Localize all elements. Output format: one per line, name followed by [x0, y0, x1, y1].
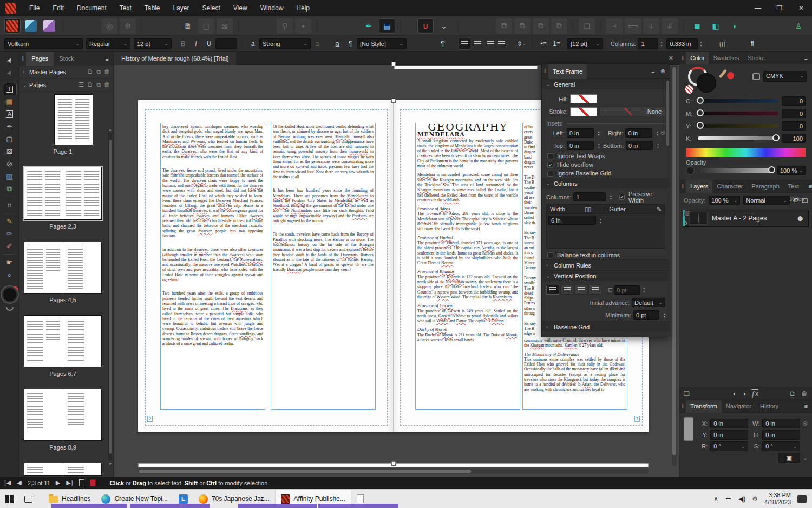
menu-select[interactable]: Select [195, 0, 226, 16]
layer-options-icon[interactable]: ❏ [684, 390, 690, 398]
font-size-select[interactable]: 12 pt⌄ [134, 38, 172, 49]
transform-mode-button[interactable]: ▣ [778, 453, 800, 463]
font-color-swatch[interactable] [215, 38, 237, 49]
tab-stroke[interactable]: Stroke [743, 52, 769, 64]
trash-icon[interactable]: 🗑 [104, 68, 110, 75]
settings-gear-icon[interactable]: ⚙ [752, 495, 758, 503]
leading-select[interactable]: [12 pt]⌄ [567, 38, 603, 49]
page-thumbnail[interactable]: Page 1 [19, 94, 106, 155]
color-spectrum-bar[interactable] [686, 148, 806, 157]
snapping-button[interactable]: ∪ [417, 18, 434, 34]
minimum-input[interactable]: 0 pt [633, 310, 659, 320]
gutter-stepper[interactable]: ▴▾ [700, 41, 702, 47]
menu-document[interactable]: Document [70, 0, 113, 16]
boolean-subtract-button[interactable]: ◧ [708, 18, 724, 34]
hidden-icons-chevron[interactable]: ∧ [713, 495, 718, 503]
picked-color-dot[interactable] [727, 72, 734, 79]
pen-tool[interactable]: ✒ [3, 120, 17, 133]
panel-drag-handle[interactable]: ‖ [679, 55, 686, 61]
tab-swatches[interactable]: Swatches [709, 52, 743, 64]
menu-table[interactable]: Table [138, 0, 167, 16]
valign-justify-button[interactable] [588, 285, 601, 295]
show-special-chars-button[interactable]: ¶ [436, 38, 448, 50]
move-tool[interactable]: ➤ [3, 54, 17, 67]
blend-mode-select[interactable]: Normal⌄ [743, 196, 790, 205]
stroke-swatch[interactable] [570, 107, 597, 116]
h-input[interactable]: 0 in [762, 430, 800, 440]
group-button[interactable]: ❏ [579, 18, 595, 34]
swap-fill-stroke-icon[interactable] [6, 307, 14, 311]
page-thumbnail[interactable]: Pages 6,7 [19, 315, 106, 377]
tab-character[interactable]: Character [712, 180, 747, 193]
artistic-text-tool[interactable]: A [3, 108, 17, 120]
none-color-swatch[interactable] [685, 85, 693, 94]
inset-bottom-input[interactable]: 0 in [626, 141, 653, 150]
text-frame-panel-titlebar[interactable]: ‖ Text Frame ≡ ⊗ [542, 64, 670, 79]
minimize-button[interactable]: — [747, 0, 769, 16]
font-family-select[interactable]: Vollkorn⌄ [4, 38, 83, 49]
menu-text[interactable]: Text [113, 0, 138, 16]
tab-navigator[interactable]: Navigator [722, 400, 756, 413]
taskbar-clock[interactable]: 3:38 PM 4/18/2023 [764, 492, 791, 506]
move-to-front-button[interactable]: ⧉ [551, 18, 567, 34]
fx-icon[interactable]: ƒx [751, 390, 758, 398]
frame-text-tool[interactable]: T [3, 83, 17, 95]
menu-view[interactable]: View [227, 0, 254, 16]
close-panel-icon[interactable]: ⊗ [660, 68, 665, 75]
anchor-point-selector[interactable] [684, 417, 693, 441]
inset-top-input[interactable]: 0 in [567, 141, 594, 150]
x-input[interactable]: 0 in [710, 419, 748, 428]
page-indicator[interactable]: 2,3 of 11 [28, 480, 50, 486]
preferences-button[interactable]: ⚙ [120, 18, 136, 34]
distribute-button[interactable]: ⫝ [643, 18, 659, 34]
table-tool[interactable]: ▦ [3, 95, 17, 108]
paragraph-panel-button[interactable]: ¶ [344, 38, 356, 50]
ignore-baseline-grid-checkbox[interactable]: Ignore Baseline Grid [542, 169, 670, 178]
inset-right-input[interactable]: 0 in [625, 128, 652, 138]
section-baseline-grid[interactable]: ›Baseline Grid [542, 321, 670, 332]
spread-handle[interactable] [391, 62, 396, 66]
duplicate-master-icon[interactable]: ⧉ [96, 68, 101, 75]
vector-brush-tool[interactable]: ✎ [3, 215, 17, 227]
tab-color[interactable]: Color [686, 52, 709, 64]
mask-icon[interactable]: ◐ [733, 390, 737, 398]
preflight-icon[interactable] [90, 479, 96, 486]
close-document-icon[interactable]: ✕ [663, 55, 679, 62]
next-spread-handle[interactable] [391, 461, 396, 466]
crop-tool[interactable]: ⌗ [3, 199, 17, 211]
paragraph-style-select[interactable]: [No Style]⌄ [357, 38, 407, 49]
align-center-objects-button[interactable]: ⟺ [625, 18, 641, 34]
first-page-button[interactable]: |◀ [4, 479, 11, 486]
hamburger-icon[interactable]: ≡ [106, 56, 113, 62]
tab-history[interactable]: History [756, 400, 783, 413]
delete-spread-button[interactable]: ⊠ [217, 18, 233, 34]
section-column-rules[interactable]: ›Column Rules [542, 259, 670, 270]
volume-icon[interactable]: ◀) [738, 495, 745, 503]
section-columns[interactable]: ⌄Columns [542, 178, 670, 188]
page-thumbnail[interactable]: Pages 8,9 [19, 389, 106, 451]
place-image-tool[interactable]: ▨ [3, 170, 17, 183]
columns-list[interactable]: 6 in ▴▾ [546, 214, 665, 249]
spread-setup-button[interactable]: ▢ [198, 18, 214, 34]
black-slider[interactable] [698, 136, 778, 140]
text-frame-tool-button[interactable]: ▤ [379, 18, 395, 34]
auto-flow-button[interactable]: ✒ [361, 18, 377, 34]
close-button[interactable]: ✕ [790, 0, 812, 16]
designer-persona-button[interactable] [23, 18, 39, 34]
yellow-slider[interactable] [698, 124, 778, 128]
hamburger-icon[interactable]: ≡ [809, 183, 812, 190]
bullet-list-button[interactable]: •≡ [538, 38, 549, 50]
snapshot-button[interactable]: ◎ [101, 18, 117, 34]
add-page-icon[interactable]: 🗋 [87, 81, 93, 88]
cyan-value[interactable]: 0 [782, 96, 806, 106]
typography-button[interactable]: a̲ [311, 38, 323, 50]
justify-button[interactable]: ⌄ [497, 38, 509, 50]
character-style-select[interactable]: Strong⌄ [259, 38, 311, 49]
numbered-list-button[interactable]: 1≡ [551, 38, 562, 50]
fill-stroke-selector[interactable] [2, 286, 18, 303]
tab-transform[interactable]: Transform [686, 400, 722, 413]
network-icon[interactable] [725, 498, 732, 503]
next-page-button[interactable]: ▶ [56, 479, 61, 486]
expand-layer-icon[interactable]: ❯ [684, 220, 688, 225]
pages-scrollbar[interactable]: ▲ ▼ [108, 133, 112, 460]
